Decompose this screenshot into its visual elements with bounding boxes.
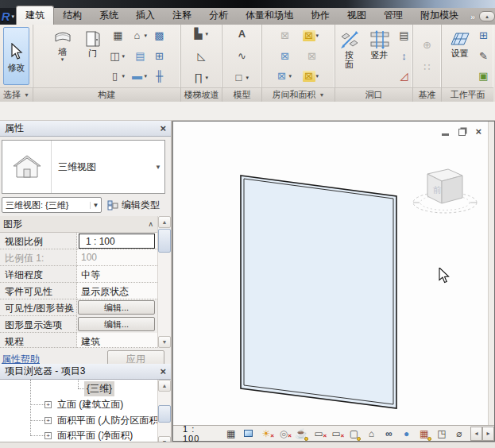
shadows-icon[interactable]: ◎× bbox=[277, 427, 290, 440]
modify-button[interactable]: 修改 bbox=[3, 27, 29, 85]
floor-button[interactable]: ▬▾ bbox=[131, 68, 150, 84]
group-header-graphics[interactable]: 图形 ʌ bbox=[0, 216, 157, 233]
panel-label-workplane[interactable]: 工作平面 bbox=[442, 87, 493, 102]
detail-level-icon[interactable]: ▦ bbox=[225, 427, 238, 440]
area-boundary-button[interactable]: ⊠▾ bbox=[303, 68, 322, 84]
tab-massing-site[interactable]: 体量和场地 bbox=[237, 6, 302, 25]
displaced-elements-icon[interactable]: ◳ bbox=[435, 427, 448, 440]
room-button[interactable]: ⊠ bbox=[276, 28, 295, 44]
scrollbar-thumb[interactable] bbox=[158, 405, 171, 423]
edit-type-button[interactable]: 编辑类型 bbox=[106, 197, 161, 213]
curtain-grid-button[interactable]: ⊞ bbox=[153, 48, 166, 64]
tab-architecture[interactable]: 建筑 bbox=[16, 6, 54, 25]
instance-selector[interactable]: 三维视图: {三维} ▼ bbox=[2, 197, 102, 213]
panel-label-rooms[interactable]: 房间和面积▼ bbox=[262, 87, 335, 102]
panel-label-select[interactable]: 选择▼ bbox=[0, 87, 33, 102]
close-icon[interactable]: × bbox=[160, 123, 166, 133]
reveal-hidden-elements-icon[interactable]: ● bbox=[400, 427, 413, 440]
locked-3d-view-icon[interactable]: ⌂ bbox=[365, 427, 377, 440]
temporary-view-properties-icon[interactable]: ▢ bbox=[347, 427, 360, 440]
show-crop-region-icon[interactable]: ▭× bbox=[330, 427, 342, 440]
panel-label-stairs[interactable]: 楼梯坡道 bbox=[181, 87, 222, 102]
tab-analyze[interactable]: 分析 bbox=[200, 6, 237, 25]
tree-item-3d-view[interactable]: {三维} bbox=[84, 381, 114, 396]
reveal-constraints-icon[interactable]: ⌀ bbox=[453, 427, 466, 440]
scroll-up-icon[interactable]: ▲ bbox=[158, 380, 171, 392]
railing-button[interactable]: ∏▾ bbox=[192, 70, 211, 86]
tab-manage[interactable]: 管理 bbox=[375, 6, 412, 25]
model-line-button[interactable]: ∿ bbox=[236, 48, 249, 64]
expand-icon[interactable]: + bbox=[44, 432, 52, 439]
tab-collaborate[interactable]: 协作 bbox=[302, 6, 338, 25]
temporary-hide-isolate-icon[interactable]: ∞ bbox=[382, 427, 395, 440]
area-tag-button[interactable]: ⊠ bbox=[303, 48, 322, 64]
opening-by-face-button[interactable]: 按面 bbox=[338, 26, 362, 86]
area-button[interactable]: ⊠▾ bbox=[303, 28, 322, 44]
scroll-up-icon[interactable]: ▲ bbox=[158, 216, 171, 228]
tab-addins[interactable]: 附加模块 bbox=[412, 6, 467, 25]
type-selector[interactable]: 三维视图 ▼ bbox=[2, 140, 165, 194]
level-button[interactable]: ⊕ bbox=[421, 37, 434, 53]
tab-structure[interactable]: 结构 bbox=[54, 6, 91, 25]
expand-icon[interactable]: + bbox=[44, 401, 52, 408]
workplane-viewer-button[interactable]: ▣ bbox=[478, 68, 490, 84]
tree-item-elevations[interactable]: + 立面 (建筑立面) bbox=[44, 397, 126, 411]
tab-insert[interactable]: 插入 bbox=[127, 6, 164, 25]
dormer-opening-button[interactable]: ◿ bbox=[398, 68, 411, 84]
panel-label-datum[interactable]: 基准 bbox=[413, 87, 441, 102]
minimize-ribbon-button[interactable]: ▴ bbox=[479, 11, 495, 21]
model-text-button[interactable]: A bbox=[236, 26, 249, 42]
tree-scrollbar[interactable]: ▲ ▼ bbox=[157, 380, 171, 448]
column-button[interactable]: ▯▾ bbox=[109, 68, 128, 84]
worksharing-display-icon[interactable]: ▦ bbox=[418, 427, 431, 440]
ceiling-button[interactable]: ▤ bbox=[131, 48, 150, 64]
view-scale-button[interactable]: 1 : 100 bbox=[183, 424, 214, 443]
close-icon[interactable]: × bbox=[160, 366, 166, 377]
scroll-right-icon[interactable]: ▸ bbox=[482, 427, 494, 441]
tab-systems[interactable]: 系统 bbox=[91, 6, 127, 25]
curtain-system-button[interactable]: ▩ bbox=[153, 28, 166, 44]
tree-item-area-plans-net[interactable]: + 面积平面 (净面积) bbox=[44, 428, 135, 442]
rendering-dialog-icon[interactable]: ☕ bbox=[295, 427, 307, 440]
tab-overflow-icon[interactable]: » bbox=[470, 12, 475, 21]
model-group-button[interactable]: □▾ bbox=[233, 70, 252, 86]
wall-button[interactable]: 墙 ▾ bbox=[48, 26, 77, 86]
application-menu-button[interactable]: R ▾ bbox=[0, 8, 16, 25]
discipline-value[interactable]: 建筑 bbox=[77, 333, 157, 348]
sun-path-icon[interactable]: ☀× bbox=[260, 427, 273, 440]
set-workplane-button[interactable]: 设置 bbox=[446, 26, 474, 86]
scroll-left-icon[interactable]: ◂ bbox=[470, 427, 482, 441]
visibility-graphics-edit-button[interactable]: 编辑... bbox=[78, 300, 155, 315]
roof-button[interactable]: ⌂▾ bbox=[131, 28, 150, 44]
parts-visibility-value[interactable]: 显示原状态 bbox=[77, 283, 157, 299]
tab-annotate[interactable]: 注释 bbox=[164, 6, 200, 25]
tree-item-area-plans-civil[interactable]: + 面积平面 (人防分区面积) bbox=[44, 413, 164, 427]
grid-button[interactable]: ∷ bbox=[421, 60, 434, 75]
shaft-button[interactable]: 竖井 bbox=[365, 26, 395, 86]
ramp-button[interactable]: ◺ bbox=[195, 48, 208, 64]
scroll-down-icon[interactable]: ▼ bbox=[158, 336, 171, 348]
ref-plane-button[interactable]: ✎ bbox=[478, 48, 490, 64]
panel-label-openings[interactable]: 洞口 bbox=[335, 87, 412, 102]
crop-view-icon[interactable]: ▭× bbox=[312, 427, 325, 440]
mullion-button[interactable]: ╫ bbox=[153, 68, 166, 84]
drawing-area[interactable]: × 前 1 : 100 ▦ ☀× ◎× ☕ ▭× ▭× ▢ ⌂ ∞ ● ▦ ◳ … bbox=[172, 121, 495, 442]
scrollbar-thumb[interactable] bbox=[158, 229, 171, 253]
expand-icon[interactable]: + bbox=[44, 417, 52, 424]
stair-button[interactable]: ▙▾ bbox=[192, 26, 211, 42]
view-scale-input[interactable]: 1 : 100 bbox=[79, 234, 155, 249]
room-separator-button[interactable]: ⊠▾ bbox=[276, 68, 295, 84]
panel-label-model[interactable]: 模型 bbox=[222, 87, 261, 102]
show-workplane-button[interactable]: ⊞ bbox=[478, 28, 490, 44]
vertical-opening-button[interactable]: ↕ bbox=[398, 48, 411, 64]
panel-label-build[interactable]: 构建 bbox=[33, 87, 180, 102]
chevron-down-icon[interactable]: ▼ bbox=[152, 141, 164, 193]
vertical-scrollbar[interactable] bbox=[488, 122, 494, 425]
property-grid-scrollbar[interactable]: ▲ ▼ bbox=[157, 216, 171, 348]
wall-opening-button[interactable]: ▤ bbox=[398, 28, 411, 44]
room-tag-button[interactable]: ⊠ bbox=[276, 48, 295, 64]
window-button[interactable]: ▦ bbox=[109, 28, 128, 44]
tab-view[interactable]: 视图 bbox=[338, 6, 375, 25]
detail-level-value[interactable]: 中等 bbox=[77, 266, 157, 283]
visual-style-icon[interactable] bbox=[242, 427, 255, 440]
